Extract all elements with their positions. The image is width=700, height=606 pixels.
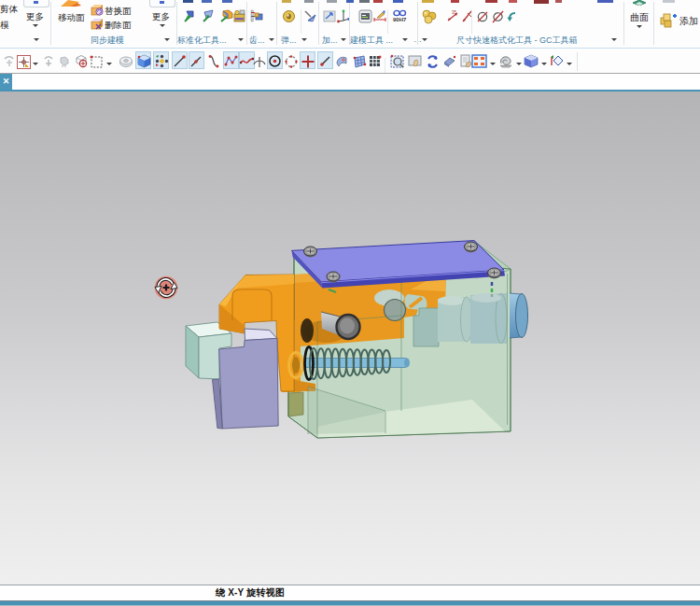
svg-text:35: 35 [452, 10, 457, 15]
svg-text:90H7: 90H7 [393, 17, 407, 22]
